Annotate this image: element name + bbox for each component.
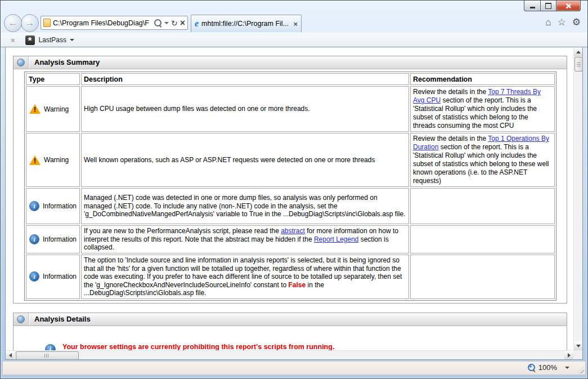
- lastpass-icon[interactable]: *: [25, 35, 35, 45]
- type-label: Warning: [44, 105, 69, 113]
- back-button[interactable]: ←: [4, 14, 22, 32]
- resize-grip[interactable]: [577, 367, 584, 373]
- page-file-icon: [43, 19, 51, 27]
- search-icon[interactable]: [154, 19, 161, 26]
- analysis-details-panel: Analysis Details Your browser settings a…: [13, 313, 567, 350]
- summary-table: Type Description Recommendation Warning …: [24, 72, 556, 301]
- type-cell: Information: [26, 255, 80, 299]
- maximize-button[interactable]: [540, 1, 556, 11]
- close-icon: [565, 2, 572, 9]
- page-content: Analysis Summary Type Description Recomm…: [5, 47, 583, 360]
- recommendation-cell: Review the details in the Top 7 Threads …: [410, 86, 555, 132]
- description-cell: If you are new to the PerformanceAnalysi…: [81, 225, 409, 253]
- browser-tab[interactable]: e mhtml:file://C:\Program Fil... ×: [191, 15, 302, 32]
- type-cell: Warning: [26, 86, 80, 132]
- section-toggle-cell[interactable]: [14, 313, 29, 326]
- recommendation-cell: [410, 225, 555, 253]
- vertical-scroll-thumb[interactable]: [574, 57, 583, 72]
- address-dropdown-icon[interactable]: [164, 22, 169, 24]
- report-link[interactable]: Report Legend: [314, 235, 358, 243]
- table-row: Information Managed (.NET) code was dete…: [26, 188, 555, 224]
- tab-close-icon[interactable]: ×: [293, 20, 298, 28]
- refresh-button[interactable]: ↻: [171, 19, 178, 27]
- arrow-up-icon: [576, 51, 581, 53]
- warning-icon: [29, 155, 41, 165]
- horizontal-scroll-thumb[interactable]: [16, 351, 79, 360]
- scroll-right-button[interactable]: [564, 351, 573, 359]
- browser-action-icons: ⌂ ☆ ⚙: [545, 16, 581, 28]
- home-icon[interactable]: ⌂: [545, 17, 551, 28]
- section-toggle-cell[interactable]: [14, 56, 29, 69]
- recommendation-cell: Review the details in the Top 1 Operatio…: [410, 133, 555, 187]
- summary-table-body: Warning High CPU usage between dump file…: [26, 86, 555, 299]
- title-bar[interactable]: [1, 1, 587, 13]
- favorites-star-icon[interactable]: ☆: [558, 16, 566, 28]
- report-link[interactable]: abstract: [281, 227, 305, 235]
- recommendation-cell: [410, 188, 555, 224]
- information-icon: [45, 344, 56, 350]
- horizontal-scrollbar[interactable]: [6, 350, 573, 359]
- arrow-right-icon: [568, 353, 571, 358]
- table-header-row: Type Description Recommendation: [26, 73, 555, 85]
- description-cell: Managed (.NET) code was detected in one …: [81, 188, 409, 224]
- section-toggle-icon[interactable]: [17, 315, 25, 323]
- type-label: Warning: [44, 156, 69, 164]
- window-controls: [524, 1, 581, 11]
- section-toggle-icon[interactable]: [17, 59, 25, 66]
- warning-icon: [29, 104, 41, 114]
- forward-button[interactable]: →: [21, 14, 39, 32]
- table-row: Warning Well known operations, such as A…: [26, 133, 555, 187]
- minimize-icon: [530, 7, 535, 8]
- type-cell: Information: [26, 225, 80, 253]
- maximize-icon: [545, 3, 551, 9]
- settings-gear-icon[interactable]: ⚙: [572, 16, 581, 28]
- scroll-down-button[interactable]: [574, 341, 582, 350]
- ie-logo-icon: e: [195, 19, 199, 29]
- type-cell: Warning: [26, 133, 80, 187]
- type-label: Information: [43, 235, 77, 243]
- type-label: Information: [43, 273, 77, 280]
- arrow-left-icon: [9, 353, 12, 358]
- description-cell: Well known operations, such as ASP or AS…: [81, 133, 409, 187]
- script-warning: Your browser settings are currently proh…: [45, 343, 567, 350]
- description-cell: The option to 'Include source and line i…: [81, 255, 409, 299]
- forward-arrow-icon: →: [25, 17, 35, 29]
- column-header-description: Description: [81, 73, 409, 85]
- report-page: Analysis Summary Type Description Recomm…: [6, 47, 573, 350]
- column-header-type: Type: [26, 73, 80, 85]
- information-icon: [29, 234, 39, 244]
- browser-window: ← → C:\Program Files\DebugDiag\F ↻ × e m…: [0, 0, 588, 379]
- zoom-control[interactable]: 100%: [528, 363, 569, 372]
- minimize-button[interactable]: [524, 1, 540, 11]
- table-row: Warning High CPU usage between dump file…: [26, 86, 555, 132]
- stop-button[interactable]: ×: [180, 19, 185, 28]
- description-cell: High CPU usage between dump files was de…: [81, 86, 409, 132]
- section-title: Analysis Summary: [29, 56, 100, 69]
- lastpass-dropdown-icon[interactable]: [70, 39, 74, 41]
- column-header-recommendation: Recommendation: [410, 73, 555, 85]
- zoom-level: 100%: [538, 363, 557, 372]
- zoom-dropdown-icon[interactable]: [565, 367, 569, 369]
- status-bar: 100%: [2, 361, 586, 375]
- scroll-up-button[interactable]: [574, 47, 582, 56]
- information-icon: [29, 271, 39, 282]
- table-row: Information The option to 'Include sourc…: [26, 255, 555, 299]
- lastpass-toolbar: × * LastPass: [1, 33, 587, 47]
- recommendation-cell: [410, 255, 555, 299]
- section-title: Analysis Details: [29, 313, 91, 326]
- analysis-summary-header: Analysis Summary: [14, 56, 567, 69]
- zoom-magnifier-icon: [528, 364, 535, 371]
- address-text[interactable]: C:\Program Files\DebugDiag\F: [53, 19, 152, 27]
- close-button[interactable]: [556, 1, 581, 11]
- analysis-details-header: Analysis Details: [14, 313, 567, 326]
- vertical-scrollbar[interactable]: [573, 47, 582, 350]
- navigation-bar: ← → C:\Program Files\DebugDiag\F ↻ × e m…: [1, 13, 587, 33]
- scrollbar-corner: [573, 350, 582, 359]
- table-row: Information If you are new to the Perfor…: [26, 225, 555, 253]
- toolbar-close-icon[interactable]: ×: [11, 36, 15, 44]
- lastpass-label[interactable]: LastPass: [39, 36, 66, 44]
- script-warning-title: Your browser settings are currently proh…: [62, 343, 555, 350]
- address-bar[interactable]: C:\Program Files\DebugDiag\F ↻ ×: [41, 16, 188, 30]
- type-cell: Information: [26, 188, 80, 224]
- scroll-left-button[interactable]: [6, 351, 15, 359]
